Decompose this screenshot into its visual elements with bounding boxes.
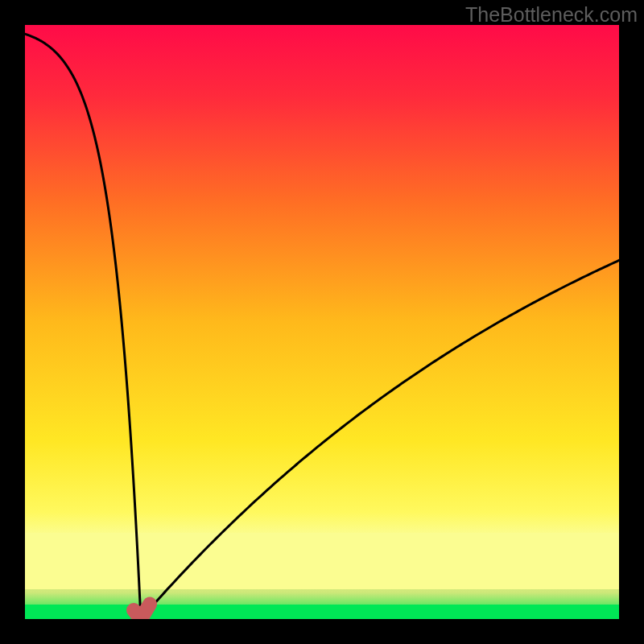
- minimum-marker: [134, 605, 150, 619]
- watermark-text: TheBottleneck.com: [465, 3, 638, 27]
- curve-layer: [25, 25, 619, 619]
- chart-frame: TheBottleneck.com: [0, 0, 644, 644]
- plot-area: [25, 25, 619, 619]
- bottleneck-curve: [26, 34, 619, 619]
